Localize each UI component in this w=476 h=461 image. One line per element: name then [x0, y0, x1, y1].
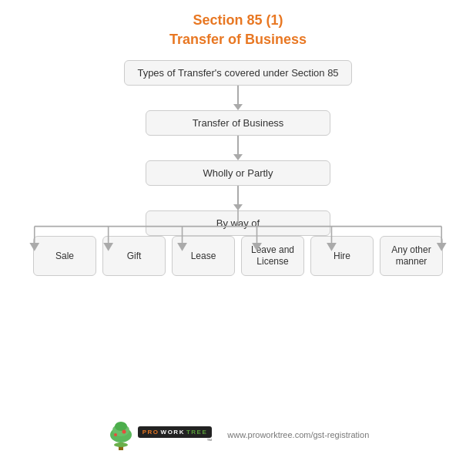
logo-area: PRO WORK TREE ™ — [107, 418, 213, 452]
svg-marker-9 — [252, 243, 262, 251]
svg-marker-5 — [103, 243, 113, 251]
logo-tree: TREE — [186, 429, 207, 436]
svg-marker-11 — [327, 243, 337, 251]
svg-point-18 — [115, 422, 127, 431]
logo-text-badge: PRO WORK TREE ™ — [138, 426, 213, 443]
logo-badge: PRO WORK TREE — [138, 426, 213, 438]
branch-container: Sale Gift Lease Leave and License Hire A… — [0, 236, 476, 276]
logo-pro: PRO — [142, 429, 159, 436]
logo-tm: ™ — [206, 438, 212, 443]
svg-marker-7 — [177, 243, 187, 251]
main-container: Section 85 (1) Transfer of Business Type… — [0, 0, 476, 276]
svg-marker-3 — [29, 243, 39, 251]
logo-work: WORK — [161, 429, 185, 436]
footer: PRO WORK TREE ™ www.proworktree.com/gst-… — [0, 418, 476, 452]
svg-point-15 — [114, 442, 128, 447]
svg-point-19 — [122, 430, 126, 434]
footer-url: www.proworktree.com/gst-registration — [227, 430, 369, 439]
svg-marker-13 — [437, 243, 447, 251]
svg-point-20 — [114, 433, 117, 436]
branch-lines-svg — [0, 0, 476, 461]
tree-logo-icon — [107, 418, 135, 452]
